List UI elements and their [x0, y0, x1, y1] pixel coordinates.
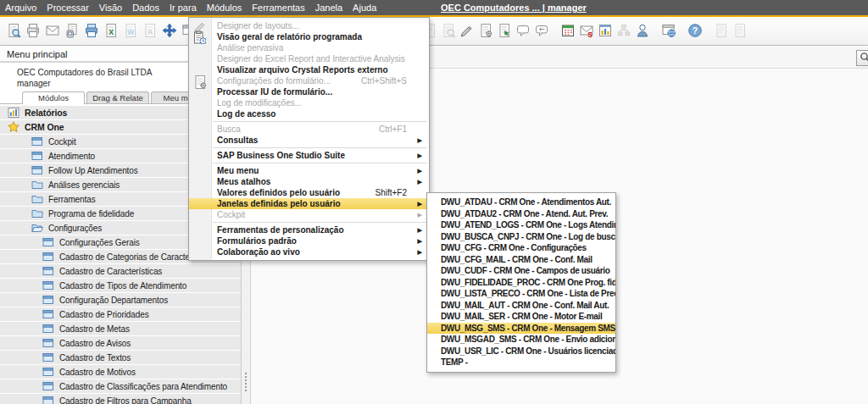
menu-item-processar-iu-de-formulario[interactable]: Processar IU de formulário...: [189, 86, 429, 97]
user-windows-submenu-popup: DWU_ATDAU - CRM One - Atendimentos Aut.D…: [426, 192, 616, 373]
tree-item-configuracao-departamentos[interactable]: Configuração Departamentos: [0, 293, 241, 307]
menu-item-sap-business-one-studio-suite[interactable]: SAP Business One Studio Suite▶: [189, 150, 429, 161]
export-word-icon[interactable]: W: [122, 22, 139, 39]
menubar-item-ajuda[interactable]: Ajuda: [348, 0, 381, 15]
email-icon[interactable]: [44, 22, 61, 39]
help-icon[interactable]: ?: [687, 22, 704, 39]
document2-icon[interactable]: [713, 22, 730, 39]
form-process-icon[interactable]: [496, 22, 513, 39]
orgchart-icon[interactable]: [615, 22, 632, 39]
form-settings-icon[interactable]: [477, 22, 494, 39]
menu-item-log-de-acesso[interactable]: Log de acesso: [189, 108, 429, 119]
calendar-icon[interactable]: [559, 22, 576, 39]
tree-item-cadastro-de-metas[interactable]: Cadastro de Metas: [0, 322, 241, 335]
menu-item-consultas[interactable]: Consultas▶: [189, 135, 429, 146]
menu-item-busca[interactable]: BuscaCtrl+F1: [189, 124, 429, 135]
submenu-arrow-icon: ▶: [418, 209, 422, 220]
employee-icon[interactable]: [634, 22, 651, 39]
sap-mail-icon[interactable]: S: [578, 22, 595, 39]
tree-item-cadastro-de-avisos[interactable]: Cadastro de Avisos: [0, 336, 241, 350]
export-excel-icon[interactable]: X: [103, 22, 120, 39]
menubar-item-ferramentas[interactable]: Ferramentas: [247, 0, 309, 15]
menubar-item-visao[interactable]: Visão: [94, 0, 127, 15]
menu-item-label: Consultas: [217, 136, 258, 145]
menu-item-cockpit[interactable]: Cockpit▶: [189, 209, 429, 220]
fax-icon[interactable]: [64, 22, 81, 39]
splitter-grip-icon[interactable]: [244, 372, 248, 392]
menubar-item-dados[interactable]: Dados: [127, 0, 164, 15]
submenu-item-temp[interactable]: TEMP -: [427, 357, 615, 368]
print-layout-icon[interactable]: [83, 22, 100, 39]
tree-item-label: Cadastro de Prioridades: [59, 310, 149, 319]
submenu-arrow-icon: ▶: [418, 176, 422, 187]
export-pdf-icon[interactable]: A: [142, 22, 159, 39]
menu-item-label: Análise pervasiva: [217, 43, 283, 53]
menu-item-label: Colaboração ao vivo: [217, 247, 300, 257]
browser-icon[interactable]: [660, 22, 677, 39]
search-button[interactable]: [856, 50, 868, 66]
submenu-arrow-icon: ▶: [418, 150, 422, 161]
menubar-item-modulos[interactable]: Módulos: [202, 0, 248, 15]
submenu-item-dwu-atend-logs-crm-one-logs-atendimento[interactable]: DWU_ATEND_LOGS - CRM One - Logs Atendime…: [427, 219, 615, 231]
submenu-item-dwu-fidelidade-proc-crm-one-prog-fid-proc[interactable]: DWU_FIDELIDADE_PROC - CRM One Prog. fid.…: [427, 277, 615, 289]
menu-item-meu-menu[interactable]: Meu menu▶: [189, 165, 429, 176]
document-search-icon[interactable]: [440, 22, 457, 39]
menubar-item-processar[interactable]: Processar: [42, 0, 94, 15]
tree-item-cadastro-de-classificacoes-para-atendimento[interactable]: Cadastro de Classificações para Atendime…: [0, 379, 241, 393]
submenu-item-dwu-msgad-sms-crm-one-envio-adicional-sms[interactable]: DWU_MSGAD_SMS - CRM One - Envio adiciona…: [427, 334, 615, 346]
menu-item-label: Visualizar arquivo Crystal Reports exter…: [217, 65, 388, 75]
tree-item-label: Cockpit: [48, 137, 76, 147]
submenu-item-dwu-busca-cnpj-crm-one-log-de-busca-cnpj[interactable]: DWU_BUSCA_CNPJ - CRM One - Log de busca …: [427, 231, 615, 243]
tree-item-cadastro-de-caracteristicas[interactable]: Cadastro de Características: [0, 264, 241, 278]
submenu-item-dwu-mail-aut-crm-one-conf-mail-aut[interactable]: DWU_MAIL_AUT - CRM One - Conf. Mail Aut.: [427, 300, 615, 312]
menu-item-label: Processar IU de formulário...: [217, 87, 332, 97]
submenu-item-dwu-cudf-crm-one-campos-de-usuario[interactable]: DWU_CUDF - CRM One - Campos de usuário: [427, 265, 615, 277]
navigation-icon[interactable]: [161, 22, 178, 39]
submenu-arrow-icon: ▶: [418, 224, 422, 235]
menubar-item-janela[interactable]: Janela: [310, 0, 348, 15]
tree-item-cadastro-de-motivos[interactable]: Cadastro de Motivos: [0, 365, 241, 379]
menu-item-formularios-padrao[interactable]: Formulários padrão▶: [189, 235, 429, 246]
tree-item-label: Configuração Departamentos: [59, 296, 168, 305]
submenu-item-dwu-cfg-mail-crm-one-conf-mail[interactable]: DWU_CFG_MAIL - CRM One - Conf. Mail: [427, 254, 615, 266]
submenu-item-dwu-atdau-crm-one-atendimentos-aut[interactable]: DWU_ATDAU - CRM One - Atendimentos Aut.: [427, 196, 615, 208]
menu-item-label: Meu menu: [217, 166, 259, 175]
document3-icon[interactable]: [732, 22, 748, 39]
tree-item-cadastro-de-filtros-para-campanha[interactable]: Cadastro de Filtros para Campanha: [0, 394, 241, 404]
report-chart-icon[interactable]: [597, 22, 614, 39]
submenu-item-dwu-lista-preco-crm-one-lista-de-precos[interactable]: DWU_LISTA_PRECO - CRM One - Lista de Pre…: [427, 288, 615, 300]
edit-icon[interactable]: [459, 22, 476, 39]
tree-item-label: CRM One: [25, 122, 64, 132]
comment-icon[interactable]: [515, 22, 531, 39]
menu-item-visao-geral-de-relatorio-programada[interactable]: Visão geral de relatório programada: [189, 31, 429, 42]
submenu-item-dwu-mail-ser-crm-one-motor-e-mail[interactable]: DWU_MAIL_SER - CRM One - Motor E-mail: [427, 311, 615, 323]
menu-item-janelas-definidas-pelo-usuario[interactable]: Janelas definidas pelo usuário▶: [189, 198, 429, 209]
menu-item-designer-de-layouts[interactable]: Designer de layouts...: [189, 20, 429, 31]
tab-modulos[interactable]: Módulos: [22, 91, 85, 104]
menu-item-configuracoes-do-formulario[interactable]: Configurações do formulário...Ctrl+Shift…: [189, 75, 429, 86]
submenu-item-dwu-usr-lic-crm-one-usuarios-licenciados[interactable]: DWU_USR_LIC - CRM One - Usuários licenci…: [427, 346, 615, 357]
menu-item-label: Log de acesso: [217, 109, 275, 119]
menubar-item-ir-para[interactable]: Ir para: [164, 0, 202, 15]
tab-drag-relate[interactable]: Drag & Relate: [86, 91, 149, 103]
tree-item-cadastro-de-textos[interactable]: Cadastro de Textos: [0, 351, 241, 364]
submenu-item-dwu-cfg-crm-one-configuracoes[interactable]: DWU_CFG - CRM One - Configurações: [427, 242, 615, 254]
menu-item-valores-definidos-pelo-usuario[interactable]: Valores definidos pelo usuárioShift+F2: [189, 187, 429, 198]
window-icon: [42, 279, 54, 291]
submenu-item-dwu-msg-sms-crm-one-mensagem-sms[interactable]: DWU_MSG_SMS - CRM One - Mensagem SMS: [427, 323, 615, 335]
menu-item-visualizar-arquivo-crystal-reports-externo[interactable]: Visualizar arquivo Crystal Reports exter…: [189, 64, 429, 75]
menubar-item-arquivo[interactable]: Arquivo: [0, 0, 42, 15]
menu-item-meus-atalhos[interactable]: Meus atalhos▶: [189, 176, 429, 187]
tree-item-cadastro-de-tipos-de-atendimento[interactable]: Cadastro de Tipos de Atendimento: [0, 279, 241, 292]
menu-item-analise-pervasiva[interactable]: Análise pervasiva: [189, 42, 429, 53]
print-icon[interactable]: [25, 22, 42, 39]
tree-item-cadastro-de-prioridades[interactable]: Cadastro de Prioridades: [0, 307, 241, 321]
menu-item-colaboracao-ao-vivo[interactable]: Colaboração ao vivo▶: [189, 246, 429, 257]
submenu-item-dwu-atdau2-crm-one-atend-aut-prev[interactable]: DWU_ATDAU2 - CRM One - Atend. Aut. Prev.: [427, 208, 615, 220]
menu-item-designer-do-excel-report-and-interactive-analysis[interactable]: Designer do Excel Report and Interactive…: [189, 53, 429, 64]
print-preview-icon[interactable]: [5, 22, 22, 39]
menu-item-ferramentas-de-personalizacao[interactable]: Ferramentas de personalização▶: [189, 224, 429, 235]
comment-reply-icon[interactable]: [533, 22, 550, 39]
menu-item-log-de-modificacoes[interactable]: Log de modificações...: [189, 97, 429, 108]
menu-separator: [213, 163, 427, 163]
